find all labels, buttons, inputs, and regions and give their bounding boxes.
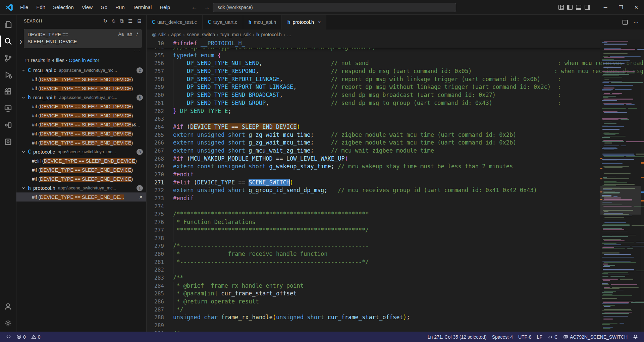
menu-selection[interactable]: Selection: [50, 3, 77, 12]
breadcrumb-item-apps[interactable]: apps: [171, 32, 181, 37]
code-line-269[interactable]: 269extern const unsigned short g_wakeup_…: [147, 163, 644, 171]
clear-search-results-icon[interactable]: ⍉: [112, 18, 115, 24]
split-editor-icon[interactable]: [622, 19, 628, 25]
more-actions-icon[interactable]: ⋯: [633, 19, 639, 25]
match-row[interactable]: #if (DEVICE_TYPE == SLEEP_END_DE...✕: [16, 192, 146, 202]
open-search-editor-icon[interactable]: ⧉: [120, 18, 123, 24]
match-row[interactable]: #if (DEVICE_TYPE == SLEEP_END_DEVICE): [16, 75, 146, 84]
search-details-toggle[interactable]: ···: [16, 49, 146, 54]
restore-button[interactable]: ❐: [613, 0, 629, 15]
breadcrumb-item-...[interactable]: ...: [287, 32, 291, 37]
nav-forward-icon[interactable]: →: [204, 4, 210, 11]
file-row-mcu_api.c[interactable]: Cmcu_api.capps\scene_switch\tuya_mc...2: [16, 66, 146, 75]
whole-word-icon[interactable]: ab: [127, 32, 132, 37]
code-line-286[interactable]: 286 * @return operate result: [147, 298, 644, 306]
view-as-list-icon[interactable]: ☰: [128, 18, 132, 24]
close-button[interactable]: ✕: [629, 0, 644, 15]
code-line-287[interactable]: 287 */: [147, 306, 644, 314]
regex-icon[interactable]: .*: [136, 32, 139, 37]
code-line-261[interactable]: 261 DP_SEND_TYPE_SEND_GROUP, // send dp …: [147, 99, 644, 107]
file-row-mcu_api.h[interactable]: hmcu_api.happs\scene_switch\tuya_mc...5: [16, 93, 146, 102]
code-line-264[interactable]: 264#if (DEVICE_TYPE == SLEEP_END_DEVICE): [147, 123, 644, 131]
activity-remote-explorer-icon[interactable]: [0, 100, 16, 117]
status-build-target-icon[interactable]: AC792N_SCENE_SWITCH: [560, 332, 630, 342]
toggle-panel-icon[interactable]: [576, 4, 582, 10]
menu-file[interactable]: File: [17, 3, 32, 12]
search-input[interactable]: DEVICE_TYPE == SLEEP_END_DEVICE Aa ab .*: [24, 29, 142, 48]
activity-run-debug-icon[interactable]: [0, 66, 16, 83]
status-braces-icon[interactable]: C: [545, 332, 560, 342]
code-line-273[interactable]: 273#endif: [147, 194, 644, 203]
menu-edit[interactable]: Edit: [33, 3, 48, 12]
overview-ruler[interactable]: [641, 40, 644, 332]
nav-back-icon[interactable]: ←: [191, 4, 198, 11]
activity-references-icon[interactable]: [0, 117, 16, 133]
code-editor[interactable]: 10#ifndef __PROTOCOL_H_254///< up send t…: [147, 40, 644, 332]
chevron-down-icon[interactable]: [21, 150, 26, 154]
breadcrumb-item-protocol.h[interactable]: hprotocol.h: [256, 32, 282, 37]
code-line-277[interactable]: 277 ************************************…: [147, 226, 644, 234]
file-row-protocol.c[interactable]: Cprotocol.capps\scene_switch\tuya_mc...3: [16, 147, 146, 156]
breadcrumb-item-tuya_mcu_sdk[interactable]: tuya_mcu_sdk: [220, 32, 251, 37]
activity-extensions-icon[interactable]: [0, 83, 16, 100]
code-line-285[interactable]: 285 * @param[in] cur_frame_start_offset: [147, 290, 644, 298]
code-line-256[interactable]: 256 DP_SEND_TYPE_NOT_SEND, // not send :…: [147, 59, 644, 67]
status-error-icon[interactable]: 0: [14, 332, 29, 342]
status-bell-icon[interactable]: [630, 332, 641, 342]
activity-explorer-icon[interactable]: [0, 16, 16, 33]
command-center[interactable]: sdk (Workspace): [213, 3, 456, 12]
tab-mcu_api.h[interactable]: hmcu_api.h: [243, 15, 282, 30]
code-line-271[interactable]: 271#elif (DEVICE_TYPE == SCENE_SWITCH): [147, 179, 644, 187]
file-row-protocol.h[interactable]: hprotocol.happs\scene_switch\tuya_mc...1: [16, 183, 146, 192]
code-line-290[interactable]: 290/*-----------------------------------…: [147, 330, 644, 332]
open-in-editor-link[interactable]: Open in editor: [69, 58, 99, 63]
menu-help[interactable]: Help: [156, 3, 173, 12]
code-line-283[interactable]: 283/**: [147, 274, 644, 282]
match-row[interactable]: #if (DEVICE_TYPE == SLEEP_END_DEVICE): [16, 102, 146, 111]
code-line-279[interactable]: 279/*-----------------------------------…: [147, 242, 644, 250]
code-line-288[interactable]: 288unsigned char frame_rx_handle(unsigne…: [147, 314, 644, 322]
sticky-scroll-line[interactable]: 10#ifndef __PROTOCOL_H_: [147, 40, 644, 48]
match-case-icon[interactable]: Aa: [118, 32, 124, 37]
chevron-down-icon[interactable]: [21, 186, 26, 190]
tab-uart_device_test.c[interactable]: Cuart_device_test.c: [147, 15, 203, 30]
code-line-266[interactable]: 266extern unsigned short g_zg_wait_mcu_t…: [147, 139, 644, 147]
toggle-sidebar-icon[interactable]: [567, 4, 573, 10]
match-row[interactable]: #if (DEVICE_TYPE == SLEEP_END_DEVICE): [16, 84, 146, 93]
code-line-254[interactable]: 254///< up send type (used in mcu recv a…: [147, 48, 644, 52]
status-item-right-3[interactable]: LF: [534, 332, 545, 342]
breadcrumb-item-sdk[interactable]: ◎sdk: [152, 32, 166, 38]
code-line-284[interactable]: 284 * @brief frame rx handle entry point: [147, 282, 644, 290]
code-line-268[interactable]: 268#if (MCU_WAKEUP_MODULE_METHOD == LOW_…: [147, 155, 644, 163]
status-item-right-1[interactable]: Spaces: 4: [489, 332, 516, 342]
menu-terminal[interactable]: Terminal: [129, 3, 155, 12]
menu-go[interactable]: Go: [97, 3, 111, 12]
tab-tuya_uart.c[interactable]: Ctuya_uart.c: [203, 15, 243, 30]
status-warning-icon[interactable]: 0: [29, 332, 43, 342]
customize-layout-icon[interactable]: [558, 4, 564, 10]
activity-search-icon[interactable]: [0, 33, 16, 50]
match-row[interactable]: #if (DEVICE_TYPE == SLEEP_END_DEVICE): [16, 129, 146, 138]
code-line-260[interactable]: 260 DP_SEND_TYPE_SEND_BROADCAST, // send…: [147, 91, 644, 99]
status-remote-icon[interactable]: [3, 332, 14, 342]
tab-protocol.h[interactable]: hprotocol.h×: [282, 15, 326, 30]
code-line-289[interactable]: 289: [147, 322, 644, 330]
chevron-down-icon[interactable]: [21, 68, 26, 73]
code-line-278[interactable]: 278: [147, 234, 644, 242]
toggle-secondary-sidebar-icon[interactable]: [584, 4, 590, 10]
code-line-274[interactable]: 274: [147, 203, 644, 211]
activity-settings-gear-icon[interactable]: [0, 315, 16, 332]
minimize-button[interactable]: ─: [598, 0, 613, 15]
toggle-replace-chevron-icon[interactable]: ❯: [18, 35, 24, 48]
chevron-down-icon[interactable]: [21, 95, 26, 100]
activity-source-control-icon[interactable]: [0, 50, 16, 66]
match-row[interactable]: #if (DEVICE_TYPE == SLEEP_END_DEVICE): [16, 165, 146, 174]
code-line-259[interactable]: 259 DP_SEND_TYPE_REPORT_NOT_LINKAGE, // …: [147, 83, 644, 91]
minimap[interactable]: [600, 40, 641, 332]
code-line-258[interactable]: 258 DP_SEND_TYPE_REPORT_LINKAGE, // repo…: [147, 75, 644, 83]
code-line-255[interactable]: 255typedef enum {: [147, 52, 644, 60]
code-line-272[interactable]: 272extern unsigned short g_group_id_send…: [147, 186, 644, 194]
code-line-263[interactable]: 263: [147, 115, 644, 123]
code-line-267[interactable]: 267extern unsigned short g_mcu_wait_zg_t…: [147, 147, 644, 155]
dismiss-match-icon[interactable]: ✕: [139, 194, 143, 200]
